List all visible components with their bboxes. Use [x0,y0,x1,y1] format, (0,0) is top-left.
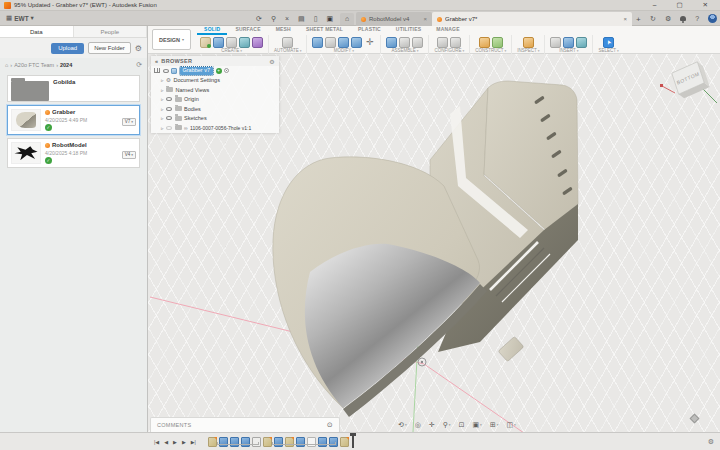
ribbon-tool-icon[interactable] [226,37,237,48]
ribbon-tool-icon[interactable] [563,37,574,48]
gear-icon[interactable]: ⚙ [135,44,142,53]
pan-icon[interactable]: ✛ [429,421,435,429]
ribbon-tool-icon[interactable] [437,37,448,48]
ribbon-tool-icon[interactable] [213,37,224,48]
visibility-eye-icon[interactable] [166,107,172,111]
ribbon-tool-icon[interactable] [576,37,587,48]
collapse-icon[interactable]: « [155,58,158,64]
orbit-icon[interactable]: ⟲ [398,421,407,429]
expand-icon[interactable] [161,96,164,102]
ribbon-tool-icon[interactable] [338,37,349,48]
comments-bar[interactable]: COMMENTS ⊙ [150,417,340,432]
tab-solid[interactable]: SOLID [197,26,227,35]
timeline-feature-icon[interactable] [208,437,217,447]
account-avatar[interactable] [708,14,717,23]
workspace-selector[interactable]: DESIGN [152,29,191,50]
version-badge[interactable]: V7 [122,118,136,126]
expand-icon[interactable] [161,115,164,121]
browser-node-origin[interactable]: Origin [151,95,279,105]
group-label-insert[interactable]: INSERT [559,48,578,53]
tab-people[interactable]: People [74,26,148,37]
tab-data[interactable]: Data [0,26,74,37]
folder-card-gobilda[interactable]: Gobilda [7,75,140,102]
data-panel-toggle[interactable]: ▦ EWT ▾ [0,14,40,22]
gear-icon[interactable]: ⚙ [708,438,714,446]
group-label-automate[interactable]: AUTOMATE [274,48,301,53]
root-node-label[interactable]: Grabber v7 [180,67,214,75]
ribbon-tool-icon[interactable] [282,37,293,48]
timeline-control-button[interactable]: ▶| [191,439,196,445]
maximize-button[interactable]: ▢ [676,1,682,9]
group-label-select[interactable]: SELECT [598,48,618,53]
browser-node-document-settings[interactable]: ⚙ Document Settings [151,76,279,86]
timeline-control-button[interactable]: |◀ [154,439,159,445]
refresh-icon[interactable]: ⟳ [136,61,142,69]
breadcrumb-current[interactable]: 2024 [60,62,72,68]
file-menu-icon[interactable]: ▯ [314,15,318,23]
list-icon[interactable]: ▤ [298,15,305,23]
active-component-radio[interactable] [224,68,229,73]
browser-root-node[interactable]: Grabber v7 [151,66,279,76]
ribbon-tool-icon[interactable] [523,37,534,48]
expand-icon[interactable] [161,87,164,93]
timeline-control-button[interactable]: ▶ [173,439,177,445]
visibility-eye-icon[interactable] [166,97,172,101]
look-at-icon[interactable]: ◎ [415,421,421,429]
expand-icon[interactable] [161,77,164,83]
notifications-bell-icon[interactable] [680,16,686,21]
view-cube[interactable]: BOTTOM [658,52,718,110]
browser-node-sketches[interactable]: Sketches [151,114,279,124]
marker-icon[interactable]: ⊙ [327,421,333,429]
tab-surface[interactable]: SURFACE [228,26,267,35]
ribbon-tool-icon[interactable] [252,37,263,48]
timeline-control-button[interactable]: ▶ [182,439,186,445]
grid-snaps-icon[interactable]: ⊞ [490,421,499,429]
extensions-gear-icon[interactable]: ⚙ [665,15,671,23]
ribbon-tool-icon[interactable] [399,37,410,48]
ribbon-tool-icon[interactable] [239,37,250,48]
close-icon[interactable]: × [285,15,289,22]
document-tab-robotmodel[interactable]: RobotModel v4 × [356,12,432,26]
expand-icon[interactable] [161,125,164,131]
display-settings-icon[interactable]: ⚙ [269,58,275,65]
fit-icon[interactable]: ⊡ [459,421,465,429]
ribbon-tool-icon[interactable] [312,37,323,48]
new-folder-button[interactable]: New Folder [88,42,131,54]
job-status-icon[interactable]: ↻ [650,15,656,23]
ribbon-tool-icon[interactable] [450,37,461,48]
new-tab-button[interactable]: + [632,12,645,26]
browser-node-named-views[interactable]: Named Views [151,85,279,95]
save-icon[interactable]: ▣ [327,15,334,23]
browser-node-bodies[interactable]: Bodies [151,104,279,114]
close-tab-icon[interactable]: × [423,16,427,22]
visibility-eye-icon[interactable] [166,126,172,130]
breadcrumb-team[interactable]: A20o FTC Team [14,62,54,68]
home-icon[interactable]: ⌂ [5,62,8,68]
group-label-configure[interactable]: CONFIGURE [434,48,464,53]
viewport[interactable]: DESIGN SOLID SURFACE MESH SHEET METAL PL… [148,26,720,432]
group-label-create[interactable]: CREATE [221,48,242,53]
ribbon-tool-icon[interactable] [492,37,503,48]
tab-plastic[interactable]: PLASTIC [351,26,388,35]
document-tab-grabber[interactable]: Grabber v7* × [432,12,632,26]
design-card-robotmodel[interactable]: RobotModel 4/20/2025 4:18 PM V4 [7,138,140,168]
zoom-icon[interactable]: ⚲ [443,421,451,429]
home-icon[interactable]: ⌂ [340,13,354,25]
ribbon-tool-icon[interactable] [412,37,423,48]
tab-mesh[interactable]: MESH [269,26,298,35]
group-label-assemble[interactable]: ASSEMBLE [391,48,418,53]
ribbon-tool-icon[interactable] [603,37,614,48]
expand-icon[interactable] [161,106,164,112]
close-window-button[interactable]: ✕ [703,1,708,9]
minimize-button[interactable]: – [653,1,657,9]
tab-sheet-metal[interactable]: SHEET METAL [299,26,350,35]
ribbon-tool-icon[interactable] [364,37,375,48]
ribbon-tool-icon[interactable] [386,37,397,48]
timeline-feature-icon[interactable] [340,437,349,447]
close-tab-icon[interactable]: × [623,16,627,22]
group-label-modify[interactable]: MODIFY [334,48,354,53]
tab-utilities[interactable]: UTILITIES [389,26,428,35]
ribbon-tool-icon[interactable] [550,37,561,48]
timeline-feature-icon[interactable] [263,437,272,447]
group-label-inspect[interactable]: INSPECT [517,48,539,53]
